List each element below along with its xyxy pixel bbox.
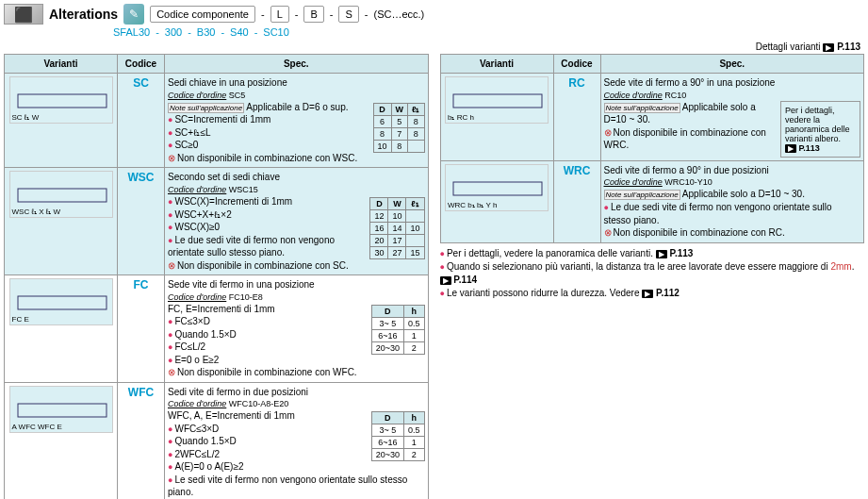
variant-code: WSC <box>118 168 165 275</box>
spec-title: Sedi chiave in una posizione <box>168 76 425 90</box>
table-row: b₁ RC hRCSede vite di fermo a 90° in una… <box>440 74 864 161</box>
svg-rect-10 <box>453 182 542 195</box>
shaft-icon: ⬛ <box>4 4 43 25</box>
spec-cell: Secondo set di sedi chiaveCodice d'ordin… <box>165 168 429 275</box>
table-row: FC EFCSede vite di fermo in una posizion… <box>5 275 429 383</box>
variant-code: WRC <box>553 160 600 242</box>
variants-table-right: Varianti Codice Spec. b₁ RC hRCSede vite… <box>440 54 865 243</box>
detail-variants-link: Dettagli varianti ▶ P.113 <box>0 42 868 54</box>
mini-data-table: DWℓ₁658878108 <box>373 103 425 153</box>
table-row: WSC ℓ₁ X ℓ₁ WWSCSecondo set di sedi chia… <box>5 168 429 275</box>
footer-notes: Per i dettagli, vedere la panoramica del… <box>440 247 865 300</box>
th-spec-r: Spec. <box>600 55 864 74</box>
example-SC: SC10 <box>263 26 289 38</box>
example-B: B30 <box>197 26 216 38</box>
exclusion-line: Non disponibile in combinazione con WFC. <box>168 366 425 379</box>
spec-cell: Sede vite di fermo in una posizioneCodic… <box>165 275 429 383</box>
order-code-line: Codice d'ordine FC10-E8 <box>168 291 425 303</box>
variant-diagram: A WFC WFC E <box>9 386 113 433</box>
svg-rect-4 <box>18 296 106 309</box>
right-column: Varianti Codice Spec. b₁ RC hRCSede vite… <box>440 54 865 300</box>
spec-cell: Sedi vite di fermo in due posizioniCodic… <box>165 382 429 499</box>
footer-note: Le varianti possono ridurre la durezza. … <box>440 287 865 300</box>
diagram-cell: A WFC WFC E <box>5 382 118 499</box>
mini-data-table: Dh3~ 50.56~16120~302 <box>371 305 425 355</box>
exclusion-line: Non disponibile in combinazione con SC. <box>168 259 425 273</box>
variant-code: FC <box>118 275 165 383</box>
svg-rect-6 <box>18 404 106 417</box>
footer-note: Quando si selezionano più varianti, la d… <box>440 260 865 287</box>
th-spec: Spec. <box>165 55 429 74</box>
mini-data-table: Dh3~ 50.56~16120~302 <box>371 411 425 461</box>
note-line: Le due sedi vite di fermo non vengono or… <box>604 201 861 226</box>
svg-rect-2 <box>18 189 106 202</box>
example-base: SFAL30 <box>113 26 150 38</box>
pattern-suffix: (SC…ecc.) <box>373 8 424 20</box>
spec-cell: Sede vite di fermo a 90° in una posizion… <box>600 74 864 161</box>
table-row: A WFC WFC EWFCSedi vite di fermo in due … <box>5 382 429 499</box>
page-ref-icon: ▶ <box>823 43 834 52</box>
table-row: WRC b₁ b₁ Y hWRCSedi vite di fermo a 90°… <box>440 160 864 242</box>
variant-diagram: SC ℓ₁ W <box>9 76 113 124</box>
spec-title: Sedi vite di fermo in due posizioni <box>168 386 425 399</box>
diagram-cell: SC ℓ₁ W <box>5 74 118 168</box>
variant-code: WFC <box>118 382 165 499</box>
th-codice: Codice <box>118 55 165 74</box>
diagram-cell: WRC b₁ b₁ Y h <box>440 160 553 242</box>
exclusion-line: Non disponibile in combinazione con RC. <box>604 226 861 240</box>
diagram-cell: WSC ℓ₁ X ℓ₁ W <box>5 168 118 275</box>
order-code-line: Codice d'ordine WFC10-A8-E20 <box>168 398 425 409</box>
order-code-line: Codice d'ordine WRC10-Y10 <box>604 176 861 188</box>
variants-table-left: Varianti Codice Spec. SC ℓ₁ WSCSedi chia… <box>4 54 429 499</box>
svg-rect-0 <box>18 94 106 108</box>
th-varianti-r: Varianti <box>440 55 553 74</box>
table-row: SC ℓ₁ WSCSedi chiave in una posizioneCod… <box>5 74 429 168</box>
variant-diagram: WRC b₁ b₁ Y h <box>445 164 549 211</box>
spec-title: Sedi vite di fermo a 90° in due posizion… <box>604 164 861 177</box>
spec-title: Secondo set di sedi chiave <box>168 171 425 184</box>
variant-code: SC <box>118 74 165 168</box>
th-varianti: Varianti <box>5 55 118 74</box>
pattern-B: B <box>303 6 323 23</box>
pattern-S: S <box>338 6 358 23</box>
rule-line: A(E)=0 o A(E)≥2 <box>168 460 425 474</box>
example-L: 300 <box>165 26 182 38</box>
example-S: S40 <box>230 26 249 38</box>
footer-note: Per i dettagli, vedere la panoramica del… <box>440 247 865 260</box>
exclusion-line: Non disponibile in combinazione con WSC. <box>168 152 425 165</box>
diagram-cell: b₁ RC h <box>440 74 553 161</box>
variant-code: RC <box>553 74 600 161</box>
code-component-label: Codice componente <box>150 6 255 23</box>
pattern-L: L <box>270 6 289 23</box>
header-row: ⬛ Alterations ✎ Codice componente - L - … <box>0 0 868 25</box>
spec-cell: Sedi vite di fermo a 90° in due posizion… <box>600 160 864 242</box>
detail-sidebox: Per i dettagli, vedere la panoramica del… <box>780 101 860 158</box>
spec-title: Sede vite di fermo a 90° in una posizion… <box>604 76 861 90</box>
th-codice-r: Codice <box>553 55 600 74</box>
diagram-cell: FC E <box>5 275 118 383</box>
order-code-line: Codice d'ordine WSC15 <box>168 184 425 195</box>
alterations-label: Alterations <box>49 7 118 22</box>
alteration-icon: ✎ <box>123 4 144 25</box>
order-code-line: Codice d'ordine SC5 <box>168 90 425 101</box>
left-column: Varianti Codice Spec. SC ℓ₁ WSCSedi chia… <box>4 54 429 499</box>
variant-diagram: WSC ℓ₁ X ℓ₁ W <box>9 171 113 218</box>
spec-cell: Sedi chiave in una posizioneCodice d'ord… <box>165 74 429 168</box>
example-row: SFAL30 - 300 - B30 - S40 - SC10 <box>0 25 868 42</box>
svg-rect-8 <box>453 94 542 108</box>
mini-data-table: DWℓ₁12101614102017302715 <box>369 197 424 259</box>
spec-title: Sede vite di fermo in una posizione <box>168 278 425 291</box>
note-line: Le sedi vite di fermo non vengono orient… <box>168 474 425 499</box>
variant-diagram: FC E <box>9 278 113 325</box>
variant-diagram: b₁ RC h <box>445 76 549 124</box>
rule-line: E=0 o E≥2 <box>168 354 425 367</box>
order-code-line: Codice d'ordine RC10 <box>604 90 861 101</box>
